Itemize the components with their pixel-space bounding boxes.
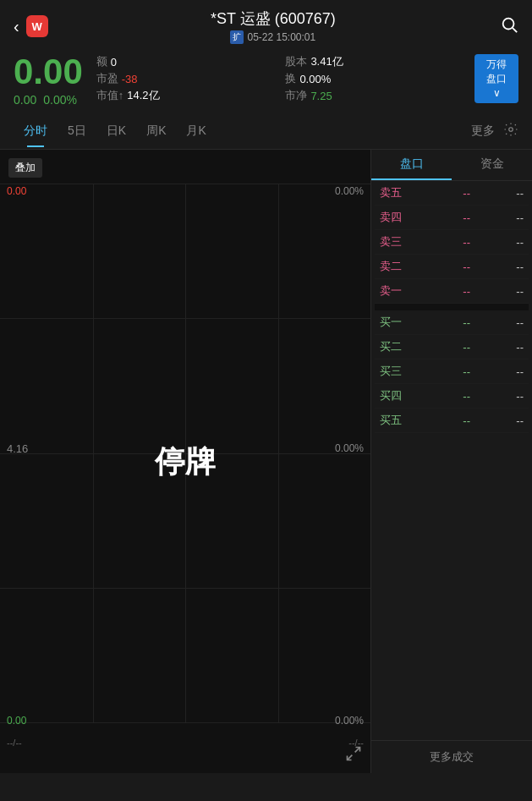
w-logo[interactable]: W xyxy=(26,15,48,37)
mktval-val: 14.2亿 xyxy=(127,88,159,103)
chart-expand-icon[interactable] xyxy=(345,745,362,766)
grid-v-line xyxy=(93,184,94,722)
buy4-label: 买四 xyxy=(380,388,407,403)
sell2-val: -- xyxy=(440,261,470,273)
tab-bar: 分时 5日 日K 周K 月K 更多 xyxy=(0,113,532,150)
stats-row: 0.00 0.00 0.00% 额 0 股本 3.41亿 市盈 -38 换 0.… xyxy=(0,49,532,113)
sell1-vol: -- xyxy=(503,285,524,298)
panel-tabs: 盘口 资金 xyxy=(371,150,532,181)
buy5-vol: -- xyxy=(503,414,524,427)
main-content: 叠加 0.00 0.00% 4.16 0.00% 停牌 0.00 0.00% -… xyxy=(0,150,532,773)
svg-point-0 xyxy=(503,18,514,29)
stat-shares: 股本 3.41亿 xyxy=(285,54,468,69)
buy-row-2: 买二 -- -- xyxy=(375,335,529,359)
stat-mktcap: 市盈 -38 xyxy=(96,71,279,86)
buy3-val: -- xyxy=(440,365,470,378)
chart-bottom-left: 0.00 xyxy=(7,715,26,727)
tab-dayk[interactable]: 日K xyxy=(96,115,136,147)
header-center: *ST 运盛 (600767) 扩 05-22 15:00:01 xyxy=(53,8,493,44)
sell-row-4: 卖四 -- -- xyxy=(375,206,529,230)
chart-mid-price: 4.16 xyxy=(7,442,28,455)
back-button[interactable]: ‹ xyxy=(14,14,26,40)
buy3-label: 买三 xyxy=(380,364,407,379)
amount-label: 额 xyxy=(96,54,107,69)
sell3-val: -- xyxy=(440,236,470,249)
sell3-vol: -- xyxy=(503,236,524,249)
header-left: ‹ W xyxy=(14,14,53,40)
mktcap-val: -38 xyxy=(122,73,138,85)
sell4-val: -- xyxy=(440,211,470,224)
stop-trading-label: 停牌 xyxy=(155,441,216,482)
stat-amount: 额 0 xyxy=(96,54,279,69)
change-pct: 0.00% xyxy=(43,93,77,107)
sell4-vol: -- xyxy=(503,211,524,224)
price-block: 0.00 0.00 0.00% xyxy=(14,54,83,107)
buy1-vol: -- xyxy=(503,316,524,329)
pb-val: 7.25 xyxy=(310,90,332,102)
turnover-val: 0.00% xyxy=(299,73,331,85)
sell3-label: 卖三 xyxy=(380,234,407,250)
sell1-val: -- xyxy=(440,285,470,298)
sell-row-5: 卖五 -- -- xyxy=(375,181,529,206)
expand-tag[interactable]: 扩 xyxy=(230,30,244,44)
turnover-label: 换 xyxy=(285,71,296,86)
chart-top-left: 0.00 xyxy=(7,185,26,197)
tab-weekk[interactable]: 周K xyxy=(136,115,176,147)
svg-point-2 xyxy=(509,128,513,132)
pb-label: 市净 xyxy=(285,88,307,103)
chart-mid-pct: 0.00% xyxy=(335,442,364,454)
wande-button[interactable]: 万得 盘口 ∨ xyxy=(474,54,518,103)
buy2-label: 买二 xyxy=(380,339,407,354)
buy1-val: -- xyxy=(440,316,470,329)
order-book: 卖五 -- -- 卖四 -- -- 卖三 -- -- 卖二 -- -- 卖一 - xyxy=(371,181,532,740)
buy-row-4: 买四 -- -- xyxy=(375,384,529,409)
sell5-vol: -- xyxy=(503,187,524,200)
sell5-label: 卖五 xyxy=(380,185,407,200)
ob-separator xyxy=(375,304,529,310)
tab-fenshi[interactable]: 分时 xyxy=(14,115,58,147)
sell4-label: 卖四 xyxy=(380,210,407,225)
buy4-val: -- xyxy=(440,390,470,403)
sell1-label: 卖一 xyxy=(380,283,407,299)
more-trades-button[interactable]: 更多成交 xyxy=(371,740,532,773)
shares-label: 股本 xyxy=(285,54,307,69)
sell2-vol: -- xyxy=(503,261,524,273)
buy1-label: 买一 xyxy=(380,315,407,330)
stock-title: *ST 运盛 (600767) xyxy=(53,8,493,29)
wande-line1: 万得 xyxy=(486,58,507,72)
mktcap-label: 市盈 xyxy=(96,71,118,86)
buy4-vol: -- xyxy=(503,390,524,403)
sell-row-3: 卖三 -- -- xyxy=(375,230,529,255)
amount-val: 0 xyxy=(111,56,117,69)
svg-line-1 xyxy=(513,28,517,32)
shares-val: 3.41亿 xyxy=(310,54,343,69)
svg-line-4 xyxy=(348,755,353,760)
header: ‹ W *ST 运盛 (600767) 扩 05-22 15:00:01 xyxy=(0,0,532,49)
grid-v-line xyxy=(278,184,279,722)
sell5-val: -- xyxy=(440,187,470,200)
change-abs: 0.00 xyxy=(14,93,36,107)
main-price: 0.00 xyxy=(14,54,83,90)
tab-orderbook[interactable]: 盘口 xyxy=(371,150,452,180)
sell-row-2: 卖二 -- -- xyxy=(375,255,529,279)
overlay-button[interactable]: 叠加 xyxy=(8,158,42,178)
stat-mktval: 市值↑ 14.2亿 xyxy=(96,88,279,103)
tab-5day[interactable]: 5日 xyxy=(58,115,96,147)
search-button[interactable] xyxy=(493,12,518,41)
stat-turnover: 换 0.00% xyxy=(285,71,468,86)
tab-more[interactable]: 更多 xyxy=(461,115,495,147)
buy5-val: -- xyxy=(440,414,470,427)
svg-line-3 xyxy=(355,748,360,753)
buy2-val: -- xyxy=(440,341,470,354)
mktval-label: 市值↑ xyxy=(96,88,124,103)
buy5-label: 买五 xyxy=(380,413,407,428)
tab-monthk[interactable]: 月K xyxy=(176,115,216,147)
stats-grid: 额 0 股本 3.41亿 市盈 -38 换 0.00% 市值↑ 14.2亿 市净… xyxy=(96,54,468,103)
wande-arrow: ∨ xyxy=(493,86,501,101)
sell-row-1: 卖一 -- -- xyxy=(375,279,529,304)
buy2-vol: -- xyxy=(503,341,524,354)
settings-icon[interactable] xyxy=(495,113,518,149)
chart-time-left: --/-- xyxy=(7,738,22,748)
tab-capital[interactable]: 资金 xyxy=(452,150,532,180)
stat-pb: 市净 7.25 xyxy=(285,88,468,103)
